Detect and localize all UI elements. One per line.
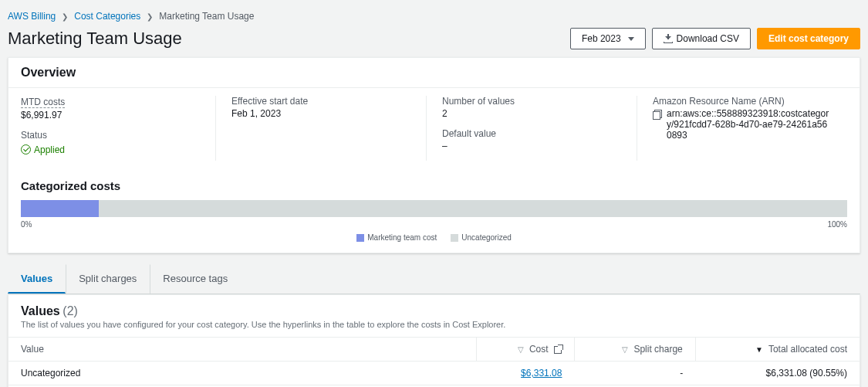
bar-right-label: 100%: [827, 220, 847, 229]
legend-label-2: Uncategorized: [461, 233, 511, 242]
default-value-value: –: [442, 141, 621, 151]
bar-left-label: 0%: [21, 220, 32, 229]
sort-icon: ▼: [755, 345, 763, 354]
categorized-costs-section: Categorized costs 0% 100% Marketing team…: [8, 173, 860, 253]
num-values-value: 2: [442, 108, 621, 119]
check-circle-icon: [21, 144, 31, 154]
overview-title: Overview: [8, 58, 860, 87]
chevron-right-icon: ❯: [62, 12, 68, 21]
overview-col-2: Effective start date Feb 1, 2023: [215, 96, 426, 161]
legend-label-1: Marketing team cost: [367, 233, 437, 242]
tab-resource-tags[interactable]: Resource tags: [150, 264, 241, 294]
breadcrumb: AWS Billing ❯ Cost Categories ❯ Marketin…: [8, 8, 860, 28]
values-title: Values: [21, 304, 60, 317]
tab-values[interactable]: Values: [8, 264, 66, 294]
page-title: Marketing Team Usage: [8, 29, 182, 49]
effective-date-value: Feb 1, 2023: [231, 108, 410, 119]
overview-grid: MTD costs $6,991.97 Status Applied Effec…: [8, 87, 860, 173]
values-description: The list of values you have configured f…: [21, 320, 847, 329]
overview-col-3: Number of values 2 Default value –: [426, 96, 637, 161]
breadcrumb-aws-billing[interactable]: AWS Billing: [8, 11, 56, 22]
overview-col-1: MTD costs $6,991.97 Status Applied: [21, 96, 215, 161]
period-label: Feb 2023: [582, 33, 621, 44]
bar-axis-labels: 0% 100%: [21, 220, 847, 229]
header-actions: Feb 2023 Download CSV Edit cost category: [570, 28, 860, 49]
legend-item-uncategorized: Uncategorized: [451, 233, 511, 242]
edit-cost-category-button[interactable]: Edit cost category: [757, 28, 860, 49]
arn-label: Amazon Resource Name (ARN): [653, 96, 832, 107]
tabs: Values Split charges Resource tags: [8, 264, 860, 294]
breadcrumb-current: Marketing Team Usage: [159, 11, 254, 22]
download-csv-button[interactable]: Download CSV: [652, 28, 751, 49]
edit-label: Edit cost category: [768, 33, 849, 44]
chevron-right-icon: ❯: [147, 12, 153, 21]
mtd-costs-value: $6,991.97: [21, 110, 200, 121]
cell-cost-link[interactable]: $6,331.08: [521, 368, 562, 379]
status-label: Status: [21, 130, 200, 141]
download-label: Download CSV: [677, 33, 739, 44]
status-value: Applied: [34, 144, 65, 155]
default-value-label: Default value: [442, 128, 621, 139]
values-panel: Values (2) The list of values you have c…: [8, 294, 860, 387]
col-total-label: Total allocated cost: [768, 344, 847, 355]
categorized-bar: [21, 200, 847, 217]
cell-split: -: [574, 362, 695, 385]
swatch-blue-icon: [356, 234, 364, 242]
tab-split-charges[interactable]: Split charges: [66, 264, 150, 294]
col-header-split[interactable]: ▽ Split charge: [574, 338, 695, 362]
table-row: Uncategorized $6,331.08 - $6,331.08 (90.…: [8, 362, 860, 385]
external-link-icon: [554, 346, 562, 354]
col-header-value[interactable]: Value: [8, 338, 477, 362]
period-dropdown[interactable]: Feb 2023: [570, 28, 646, 49]
categorized-costs-title: Categorized costs: [21, 179, 847, 192]
chart-legend: Marketing team cost Uncategorized: [21, 233, 847, 242]
sort-icon: ▽: [622, 345, 628, 354]
categorized-bar-fill: [21, 200, 99, 217]
overview-panel: Overview MTD costs $6,991.97 Status Appl…: [8, 57, 860, 253]
values-count: (2): [62, 304, 78, 317]
copy-icon[interactable]: [653, 110, 662, 119]
col-cost-label: Cost: [529, 344, 549, 355]
col-header-cost[interactable]: ▽ Cost: [477, 338, 575, 362]
swatch-grey-icon: [451, 234, 458, 242]
col-header-total[interactable]: ▼ Total allocated cost: [695, 338, 860, 362]
arn-value: arn:aws:ce::558889323918:costcategory/92…: [667, 108, 832, 141]
breadcrumb-cost-categories[interactable]: Cost Categories: [74, 11, 140, 22]
status-badge: Applied: [21, 144, 65, 155]
sort-icon: ▽: [518, 345, 524, 354]
cell-value-name: Uncategorized: [8, 362, 477, 385]
values-table: Value ▽ Cost ▽ Split charge ▼ Total allo…: [8, 337, 860, 387]
effective-date-label: Effective start date: [231, 96, 410, 107]
legend-item-marketing: Marketing team cost: [356, 233, 437, 242]
cell-total: $6,331.08 (90.55%): [695, 362, 860, 385]
table-header-row: Value ▽ Cost ▽ Split charge ▼ Total allo…: [8, 338, 860, 362]
col-split-label: Split charge: [633, 344, 682, 355]
values-header: Values (2) The list of values you have c…: [8, 295, 860, 337]
download-icon: [664, 34, 673, 43]
page-header: Marketing Team Usage Feb 2023 Download C…: [8, 28, 860, 49]
num-values-label: Number of values: [442, 96, 621, 107]
mtd-costs-label: MTD costs: [21, 97, 65, 108]
chevron-down-icon: [628, 37, 634, 41]
overview-col-4: Amazon Resource Name (ARN) arn:aws:ce::5…: [637, 96, 847, 161]
